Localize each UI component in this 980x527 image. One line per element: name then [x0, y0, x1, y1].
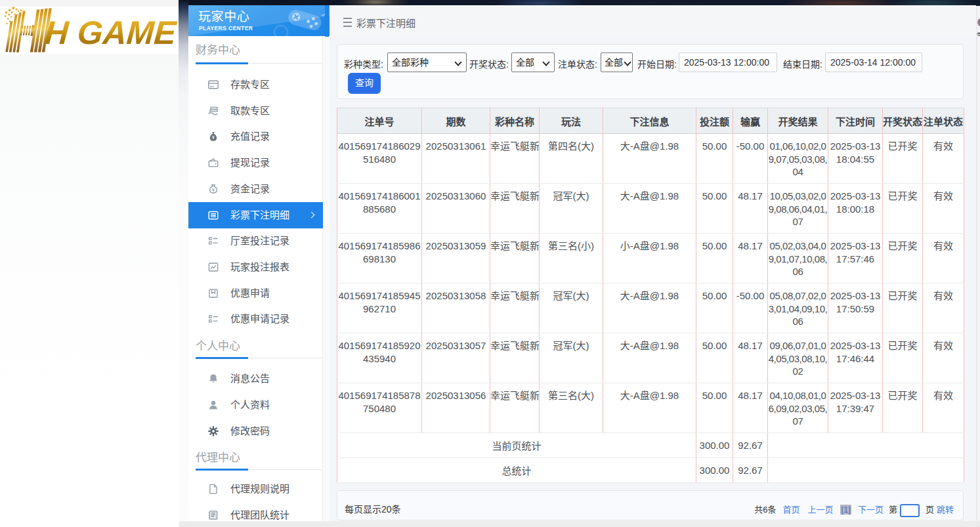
svg-text:H GAME: H GAME [43, 15, 178, 52]
